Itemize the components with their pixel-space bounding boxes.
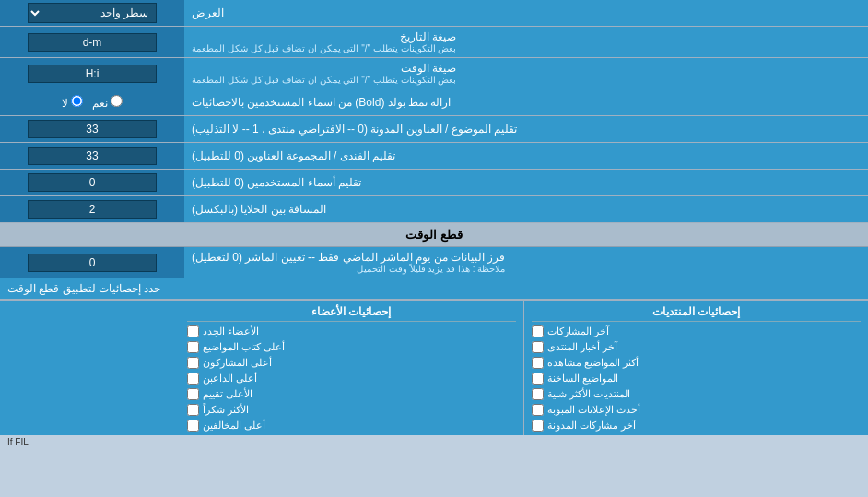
user-names-row: تقليم أسماء المستخدمين (0 للتطبيل) — [0, 170, 868, 196]
bottom-note: If FIL — [0, 435, 868, 449]
cb-top-callers[interactable] — [187, 373, 199, 385]
cell-spacing-input[interactable] — [28, 200, 157, 219]
radio-yes[interactable] — [111, 95, 123, 107]
cb-m-item-2: أعلى كتاب المواضيع — [187, 339, 516, 355]
radio-no-label[interactable]: لا — [62, 95, 83, 110]
time-format-label: صيغة الوقت بعض التكوينات يتطلب "/" التي … — [184, 58, 868, 89]
bold-remove-radio-cell: نعم لا — [0, 89, 184, 115]
cb-top-rated[interactable] — [187, 388, 199, 400]
cutoff-section-header: قطع الوقت — [0, 223, 868, 247]
user-names-input[interactable] — [28, 173, 157, 192]
cb-top-violators[interactable] — [187, 420, 199, 432]
cb-item-4: المواضيع الساخنة — [532, 371, 861, 386]
checkbox-col-members-header: إحصائيات الأعضاء — [187, 302, 516, 322]
topic-titles-input[interactable] — [28, 120, 157, 138]
date-format-input-cell — [0, 27, 184, 57]
cb-top-writers[interactable] — [187, 341, 199, 353]
cb-hot-topics[interactable] — [532, 373, 544, 385]
cell-spacing-label: المسافة بين الخلايا (بالبكسل) — [184, 196, 868, 222]
user-names-label: تقليم أسماء المستخدمين (0 للتطبيل) — [184, 170, 868, 195]
checkbox-section: إحصائيات المنتديات آخر المشاركات آخر أخب… — [0, 300, 868, 435]
display-row: العرض سطر واحد سطرين ثلاثة أسطر — [0, 0, 868, 27]
cutoff-row: فرز البيانات من يوم الماشر الماضي فقط --… — [0, 247, 868, 278]
cb-last-posts[interactable] — [532, 325, 544, 337]
cb-item-5: المنتديات الأكثر شبية — [532, 386, 861, 402]
cb-most-thanked[interactable] — [187, 404, 199, 416]
main-container: العرض سطر واحد سطرين ثلاثة أسطر صيغة الت… — [0, 0, 868, 449]
display-select[interactable]: سطر واحد سطرين ثلاثة أسطر — [28, 3, 157, 23]
date-format-input[interactable] — [28, 33, 157, 52]
forum-titles-row: تقليم الفندى / المجموعة العناوين (0 للتط… — [0, 143, 868, 170]
time-format-input[interactable] — [28, 65, 157, 83]
forum-titles-input-cell — [0, 143, 184, 169]
bold-remove-row: ازالة نمط بولد (Bold) من اسماء المستخدمي… — [0, 89, 868, 116]
cutoff-label: فرز البيانات من يوم الماشر الماضي فقط --… — [184, 247, 868, 278]
cb-m-item-1: الأعضاء الجدد — [187, 324, 516, 339]
cb-item-6: أحدث الإعلانات المبوبة — [532, 402, 861, 418]
user-names-input-cell — [0, 170, 184, 195]
cb-new-members[interactable] — [187, 325, 199, 337]
cb-top-participants[interactable] — [187, 357, 199, 369]
checkbox-col-right — [0, 301, 180, 435]
date-format-label: صيغة التاريخ بعض التكوينات يتطلب "/" الت… — [184, 27, 868, 57]
cb-most-similar[interactable] — [532, 388, 544, 400]
bold-radio-group: نعم لا — [62, 95, 123, 110]
radio-no[interactable] — [71, 95, 83, 107]
cell-spacing-row: المسافة بين الخلايا (بالبكسل) — [0, 196, 868, 223]
cb-m-item-6: الأكثر شكراً — [187, 402, 516, 418]
forum-titles-input[interactable] — [28, 147, 157, 165]
cb-item-1: آخر المشاركات — [532, 324, 861, 339]
limit-label: حدد إحصائيات لتطبيق قطع الوقت — [0, 278, 868, 300]
cb-m-item-3: أعلى المشاركون — [187, 355, 516, 371]
cb-item-3: أكثر المواضيع مشاهدة — [532, 355, 861, 371]
cb-item-7: آخر مشاركات المدونة — [532, 418, 861, 433]
cb-item-2: آخر أخبار المنتدى — [532, 339, 861, 355]
cutoff-input[interactable] — [28, 254, 157, 272]
topic-titles-label: تقليم الموضوع / العناوين المدونة (0 -- ا… — [184, 116, 868, 142]
limit-label-row: حدد إحصائيات لتطبيق قطع الوقت — [0, 278, 868, 300]
topic-titles-input-cell — [0, 116, 184, 142]
cb-m-item-5: الأعلى تقييم — [187, 386, 516, 402]
display-label: العرض — [184, 0, 868, 26]
checkbox-col-forums: إحصائيات المنتديات آخر المشاركات آخر أخب… — [524, 301, 868, 435]
checkbox-col-members: إحصائيات الأعضاء الأعضاء الجدد أعلى كتاب… — [180, 301, 524, 435]
cb-m-item-4: أعلى الداعبن — [187, 371, 516, 386]
time-format-input-cell — [0, 58, 184, 89]
bold-remove-label: ازالة نمط بولد (Bold) من اسماء المستخدمي… — [184, 89, 868, 115]
topic-titles-row: تقليم الموضوع / العناوين المدونة (0 -- ا… — [0, 116, 868, 143]
cutoff-input-cell — [0, 247, 184, 278]
cb-latest-ads[interactable] — [532, 404, 544, 416]
date-format-row: صيغة التاريخ بعض التكوينات يتطلب "/" الت… — [0, 27, 868, 58]
radio-yes-label[interactable]: نعم — [92, 95, 123, 110]
cb-m-item-7: أعلى المخالفين — [187, 418, 516, 433]
display-select-cell: سطر واحد سطرين ثلاثة أسطر — [0, 0, 184, 26]
cb-blog-posts[interactable] — [532, 420, 544, 432]
cb-forum-news[interactable] — [532, 341, 544, 353]
cell-spacing-input-cell — [0, 196, 184, 222]
cb-most-viewed[interactable] — [532, 357, 544, 369]
time-format-row: صيغة الوقت بعض التكوينات يتطلب "/" التي … — [0, 58, 868, 89]
checkbox-col-forums-header: إحصائيات المنتديات — [532, 302, 861, 322]
forum-titles-label: تقليم الفندى / المجموعة العناوين (0 للتط… — [184, 143, 868, 169]
